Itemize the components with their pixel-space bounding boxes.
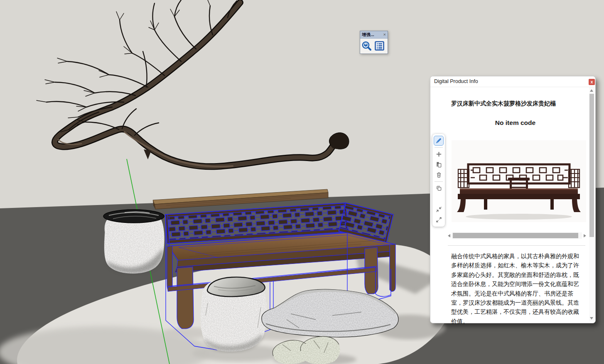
scroll-down-icon[interactable]: [590, 317, 593, 320]
mini-toolbar-close-icon[interactable]: ×: [383, 32, 386, 37]
scroll-up-icon[interactable]: [590, 89, 593, 92]
toolbar-separator: [435, 147, 443, 148]
expand-arrows-icon: [436, 217, 442, 223]
toolbar-separator: [435, 181, 443, 182]
duplicate-button[interactable]: [434, 183, 444, 193]
list-icon: [374, 41, 385, 51]
vertical-scrollbar-thumb[interactable]: [589, 94, 594, 237]
item-code-text: No item code: [448, 119, 583, 127]
magnifier-box-icon: [361, 41, 372, 51]
horizontal-scrollbar-track[interactable]: [452, 232, 582, 239]
stone-stool-left[interactable]: [103, 210, 165, 274]
collapse-button[interactable]: [434, 204, 444, 214]
panel-divider: [448, 245, 585, 246]
product-image[interactable]: [452, 140, 586, 222]
paste-button[interactable]: [434, 159, 444, 169]
mini-toolbar-title: 增强...: [362, 32, 383, 38]
horizontal-scrollbar-thumb[interactable]: [453, 233, 578, 238]
panel-close-button[interactable]: x: [589, 79, 595, 85]
copy-icon: [436, 185, 442, 191]
trash-icon: [436, 172, 442, 178]
panel-title: Digital Product Info: [430, 76, 595, 87]
scroll-left-icon[interactable]: [448, 234, 450, 237]
delete-button[interactable]: [434, 170, 444, 180]
product-list-button[interactable]: [374, 40, 385, 51]
mini-toolbar-titlebar[interactable]: 增强... ×: [360, 31, 388, 39]
pencil-icon: [435, 137, 442, 144]
inspect-model-button[interactable]: [361, 40, 372, 51]
product-photo-daybed: [452, 140, 586, 222]
horizontal-scrollbar[interactable]: [448, 232, 586, 239]
edit-button[interactable]: [434, 136, 444, 146]
product-title: 罗汉床新中式全实木菠萝格沙发床贵妃榻: [451, 100, 588, 107]
scroll-right-icon[interactable]: [584, 234, 586, 237]
enhance-mini-toolbar: 增强... ×: [360, 31, 388, 54]
product-tools-toolbar: [432, 134, 445, 227]
product-description: 融合传统中式风格的家具，以其古朴典雅的外观和多样的材质选择，如红木、榆木等实木，…: [451, 252, 584, 326]
stone-stool-front[interactable]: [201, 277, 267, 352]
collapse-arrows-icon: [436, 206, 442, 213]
add-button[interactable]: [434, 149, 444, 159]
vertical-scrollbar[interactable]: [589, 87, 594, 322]
digital-product-info-panel: Digital Product Info x 罗汉床新中式全实木菠萝格沙发床贵妃…: [430, 76, 596, 323]
paste-icon: [436, 161, 442, 168]
expand-button[interactable]: [434, 215, 444, 225]
plus-icon: [436, 151, 442, 157]
